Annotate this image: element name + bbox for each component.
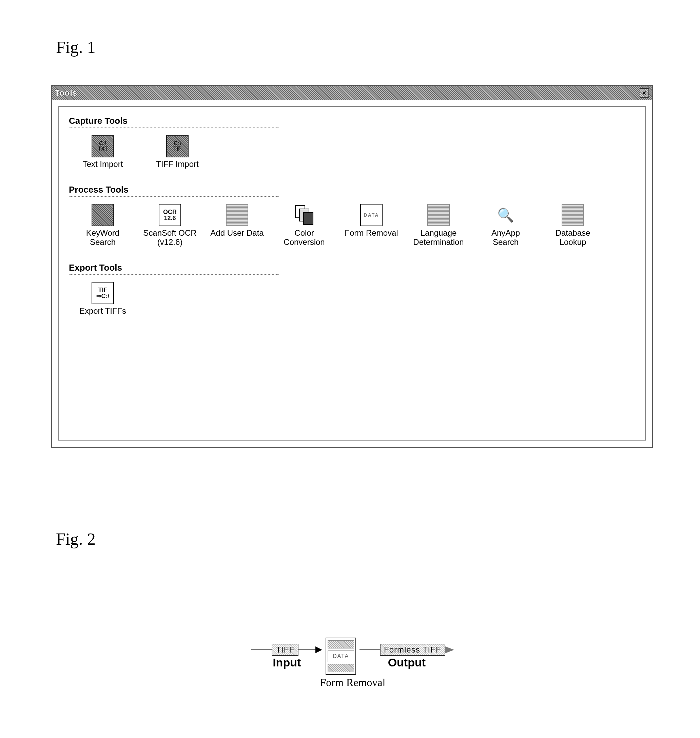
form-removal-node-icon-text: DATA (328, 650, 354, 662)
tool-label: AnyApp Search (478, 228, 533, 247)
tool-label: TIFF Import (150, 159, 204, 169)
tool-form-removal[interactable]: DATA Form Removal (344, 204, 399, 238)
tool-label: Language Determination (412, 228, 466, 247)
tool-label: Export TIFFs (76, 306, 130, 316)
output-chip: Formless TIFF (380, 644, 445, 656)
arrow-icon (315, 647, 322, 653)
tool-label: Add User Data (210, 228, 264, 238)
input-chip: TIFF (272, 644, 299, 656)
tool-label: Text Import (76, 159, 130, 169)
add-user-data-icon (226, 204, 248, 226)
tool-label: KeyWord Search (76, 228, 130, 247)
tool-database-lookup[interactable]: Database Lookup (546, 204, 600, 247)
tool-label: Database Lookup (546, 228, 600, 247)
tool-text-import[interactable]: C:\ TXT Text Import (76, 135, 130, 169)
window-title: Tools (54, 88, 77, 98)
export-tools-row: TIF ⇒C:\ Export TIFFs (69, 275, 635, 329)
form-removal-node-icon: DATA (326, 638, 356, 675)
scansoft-ocr-icon: OCR 12.6 (159, 204, 181, 226)
capture-tools-header: Capture Tools (69, 116, 279, 128)
text-import-icon: C:\ TXT (91, 135, 114, 157)
export-tiffs-icon: TIF ⇒C:\ (91, 282, 114, 304)
arrow-icon (445, 647, 454, 653)
tool-language-determination[interactable]: Language Determination (412, 204, 466, 247)
figure-2-diagram: TIFF Input DATA Formless TIFF Output For… (200, 638, 505, 689)
tool-color-conversion[interactable]: Color Conversion (277, 204, 331, 247)
export-tools-header: Export Tools (69, 263, 279, 275)
input-label: Input (251, 656, 322, 669)
anyapp-search-icon: 🔍 (494, 204, 517, 226)
keyword-search-icon (91, 204, 114, 226)
figure-2-label: Fig. 2 (56, 529, 96, 549)
form-removal-node-label: Form Removal (200, 676, 505, 689)
tool-label: ScanSoft OCR (v12.6) (143, 228, 197, 247)
tool-keyword-search[interactable]: KeyWord Search (76, 204, 130, 247)
tool-tiff-import[interactable]: C:\ TIF TIFF Import (150, 135, 204, 169)
wire (299, 650, 315, 650)
capture-tools-row: C:\ TXT Text Import C:\ TIF TIFF Import (69, 128, 635, 182)
output-label: Output (359, 656, 454, 669)
figure-1-label: Fig. 1 (56, 37, 96, 57)
tools-window: Tools × Capture Tools C:\ TXT Text Impor… (51, 85, 653, 448)
wire (359, 650, 380, 650)
process-tools-header: Process Tools (69, 184, 279, 197)
tool-anyapp-search[interactable]: 🔍 AnyApp Search (478, 204, 533, 247)
tool-export-tiffs[interactable]: TIF ⇒C:\ Export TIFFs (76, 282, 130, 316)
wire (251, 650, 272, 650)
tool-scansoft-ocr[interactable]: OCR 12.6 ScanSoft OCR (v12.6) (143, 204, 197, 247)
tool-add-user-data[interactable]: Add User Data (210, 204, 264, 238)
form-removal-icon-text: DATA (364, 213, 379, 218)
language-determination-icon (427, 204, 450, 226)
close-icon[interactable]: × (640, 88, 649, 98)
database-lookup-icon (562, 204, 584, 226)
window-body: Capture Tools C:\ TXT Text Import C:\ TI… (58, 106, 646, 441)
color-conversion-icon (293, 204, 315, 226)
titlebar[interactable]: Tools × (52, 86, 652, 100)
tool-label: Color Conversion (277, 228, 331, 247)
tool-label: Form Removal (344, 228, 399, 238)
tiff-import-icon: C:\ TIF (166, 135, 188, 157)
form-removal-icon: DATA (360, 204, 382, 226)
process-tools-row: KeyWord Search OCR 12.6 ScanSoft OCR (v1… (69, 197, 635, 260)
